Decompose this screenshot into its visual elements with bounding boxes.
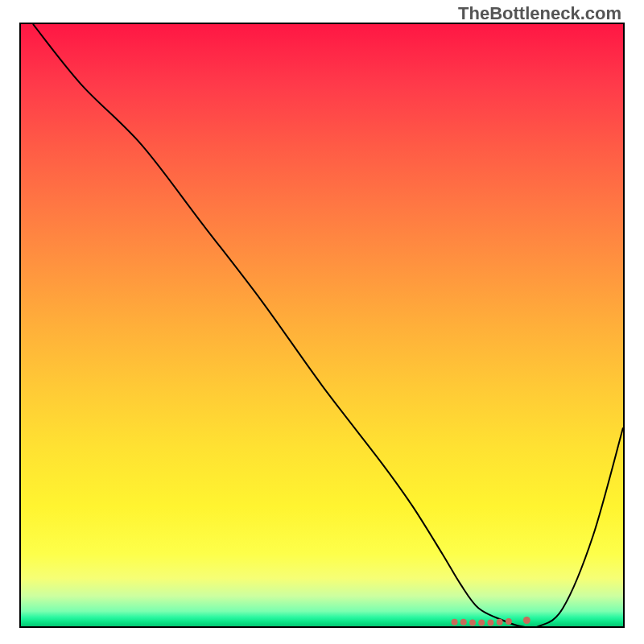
optimal-dot xyxy=(506,618,512,625)
optimal-dot xyxy=(478,620,485,626)
watermark-text: TheBottleneck.com xyxy=(458,3,621,24)
optimal-dot xyxy=(452,619,458,625)
curve-path xyxy=(33,24,623,626)
optimal-dot xyxy=(469,620,476,626)
optimal-dot xyxy=(497,619,503,625)
optimal-dot xyxy=(487,620,493,626)
bottleneck-curve xyxy=(21,24,623,626)
optimal-dot xyxy=(460,619,467,625)
chart-container: TheBottleneck.com xyxy=(0,0,644,644)
plot-area xyxy=(19,23,625,628)
optimal-dot xyxy=(523,617,530,624)
